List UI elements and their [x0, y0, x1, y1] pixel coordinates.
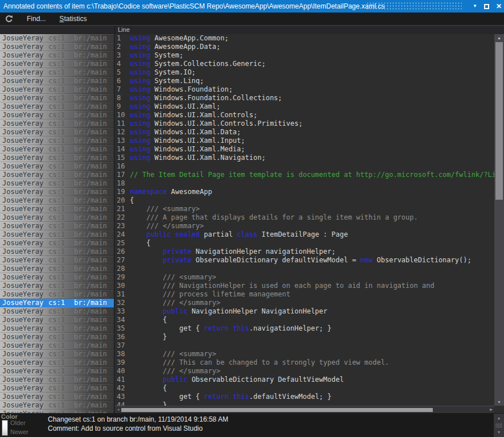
statistics-button[interactable]: Statistics [59, 15, 87, 23]
code-line[interactable]: 42 { [115, 384, 494, 393]
code-line[interactable]: 15using Windows.UI.Xaml.Navigation; [115, 154, 494, 162]
maximize-icon[interactable] [484, 4, 489, 9]
annotation-row[interactable]: JosueYeraycs:1br:/main [0, 137, 114, 145]
annotation-row[interactable]: JosueYeraycs:1br:/main [0, 68, 114, 77]
code-line[interactable]: 33 public NavigationHelper NavigationHel… [115, 307, 494, 316]
code-line[interactable]: 16 [115, 162, 494, 171]
code-line[interactable]: 3using System; [115, 51, 494, 60]
annotation-row[interactable]: JosueYeraycs:1br:/main [0, 290, 114, 299]
annotation-row[interactable]: JosueYeraycs:1br:/main [0, 307, 114, 316]
code-line[interactable]: 12using Windows.UI.Xaml.Data; [115, 128, 494, 137]
code-line[interactable]: 44 } [115, 401, 494, 406]
annotation-row[interactable]: JosueYeraycs:1br:/main [0, 358, 114, 367]
annotation-column[interactable]: JosueYeraycs:1br:/mainJosueYeraycs:1br:/… [0, 34, 114, 413]
annotation-row[interactable]: JosueYeraycs:1br:/main [0, 324, 114, 333]
annotation-row[interactable]: JosueYeraycs:1br:/main [0, 350, 114, 358]
annotation-row[interactable]: JosueYeraycs:1br:/main [0, 145, 114, 154]
annotation-row[interactable]: JosueYeraycs:1br:/main [0, 248, 114, 256]
annotation-row[interactable]: JosueYeraycs:1br:/main [0, 239, 114, 248]
annotation-row[interactable]: JosueYeraycs:1br:/main [0, 333, 114, 341]
code-line[interactable]: 4using System.Collections.Generic; [115, 60, 494, 68]
code-line[interactable]: 26 private NavigationHelper navigationHe… [115, 248, 494, 256]
vertical-scroll-thumb[interactable] [495, 42, 503, 200]
annotation-row[interactable]: JosueYeraycs:1br:/main [0, 265, 114, 273]
code-line[interactable]: 25 { [115, 239, 494, 248]
annotation-row[interactable]: JosueYeraycs:1br:/main [0, 341, 114, 350]
annotation-row[interactable]: JosueYeraycs:1br:/main [0, 102, 114, 111]
code-line[interactable]: 11using Windows.UI.Xaml.Controls.Primiti… [115, 119, 494, 128]
annotation-row[interactable]: JosueYeraycs:1br:/main [0, 384, 114, 393]
annotation-row[interactable]: JosueYeraycs:1br:/main [0, 43, 114, 51]
annotation-row[interactable]: JosueYeraycs:1br:/main [0, 94, 114, 102]
code-line[interactable]: 24 public sealed partial class ItemDetai… [115, 230, 494, 239]
code-line[interactable]: 2using AwesomeApp.Data; [115, 43, 494, 51]
horizontal-scroll-thumb[interactable] [121, 408, 433, 412]
code-line[interactable]: 22 /// A page that displays details for … [115, 213, 494, 222]
code-line[interactable]: 37 [115, 341, 494, 350]
code-line[interactable]: 6using System.Linq; [115, 77, 494, 85]
annotation-row[interactable]: JosueYeraycs:1br:/main [0, 393, 114, 401]
annotation-row[interactable]: JosueYeraycs:1br:/main [0, 273, 114, 282]
code-line[interactable]: 29 /// <summary> [115, 273, 494, 282]
code-line[interactable]: 10using Windows.UI.Xaml.Controls; [115, 111, 494, 119]
code-line[interactable]: 20{ [115, 196, 494, 205]
annotation-row[interactable]: JosueYeraycs:1br:/main [0, 367, 114, 376]
find-button[interactable]: Find... [27, 15, 46, 23]
annotation-row[interactable]: JosueYeraycs:1br:/main [0, 316, 114, 324]
code-line[interactable]: 34 { [115, 316, 494, 324]
code-line[interactable]: 28 [115, 265, 494, 273]
vertical-scrollbar[interactable]: ▲ ▼ [494, 34, 504, 406]
annotation-row[interactable]: JosueYeraycs:1br:/main [0, 188, 114, 196]
code-line[interactable]: 9using Windows.UI.Xaml; [115, 102, 494, 111]
refresh-icon[interactable] [5, 15, 13, 23]
annotation-row[interactable]: JosueYeraycs:1br:/main [0, 60, 114, 68]
horizontal-scrollbar[interactable]: ◄ ► [115, 406, 494, 413]
annotation-row[interactable]: JosueYeraycs:1br:/main [0, 205, 114, 213]
annotation-row[interactable]: JosueYeraycs:1br:/main [0, 179, 114, 188]
code-line[interactable]: 13using Windows.UI.Xaml.Input; [115, 137, 494, 145]
code-line[interactable]: 41 public ObservableDictionary DefaultVi… [115, 376, 494, 384]
code-line[interactable]: 38 /// <summary> [115, 350, 494, 358]
code-line[interactable]: 19namespace AwesomeApp [115, 188, 494, 196]
code-line[interactable]: 17// The Item Detail Page item template … [115, 171, 494, 179]
annotation-row[interactable]: JosueYeraycs:1br:/main [0, 34, 114, 43]
annotation-row[interactable]: JosueYeraycs:1br:/main [0, 119, 114, 128]
code-panel[interactable]: 1using AwesomeApp.Common;2using AwesomeA… [115, 34, 494, 406]
status-scroll-thumb[interactable] [495, 423, 502, 428]
annotation-row[interactable]: JosueYeraycs:1br:/main [0, 154, 114, 162]
code-line[interactable]: 7using Windows.Foundation; [115, 85, 494, 94]
annotation-row[interactable]: JosueYeraycs:1br:/main [0, 51, 114, 60]
code-line[interactable]: 27 private ObservableDictionary defaultV… [115, 256, 494, 265]
code-line[interactable]: 14using Windows.UI.Xaml.Media; [115, 145, 494, 154]
code-line[interactable]: 5using System.IO; [115, 68, 494, 77]
annotation-row[interactable]: JosueYeraycs:1br:/main [0, 196, 114, 205]
annotation-row[interactable]: JosueYeraycs:1br:/main [0, 213, 114, 222]
close-icon[interactable]: ✕ [496, 0, 502, 13]
code-line[interactable]: 43 get { return this.defaultViewModel; } [115, 393, 494, 401]
annotation-row[interactable]: JosueYeraycs:1br:/main [0, 282, 114, 290]
annotation-row[interactable]: JosueYeraycs:1br:/main [0, 376, 114, 384]
annotation-row[interactable]: JosueYeraycs:1br:/main [0, 85, 114, 94]
titlebar[interactable]: Annotated contents of item c:\Trabajo\Co… [0, 0, 504, 13]
annotation-row[interactable]: JosueYeraycs:1br:/main [0, 222, 114, 230]
scroll-right-icon[interactable]: ► [488, 406, 494, 413]
scroll-up-icon[interactable]: ▲ [497, 34, 501, 42]
code-line[interactable]: 1using AwesomeApp.Common; [115, 34, 494, 43]
annotation-row[interactable]: JosueYeraycs:1br:/main [0, 111, 114, 119]
annotation-row[interactable]: JosueYeraycs:1br:/main [0, 401, 114, 410]
code-line[interactable]: 35 get { return this.navigationHelper; } [115, 324, 494, 333]
code-line[interactable]: 30 /// NavigationHelper is used on each … [115, 282, 494, 290]
annotation-row[interactable]: JosueYeraycs:1br:/main [0, 77, 114, 85]
code-line[interactable]: 23 /// </summary> [115, 222, 494, 230]
scroll-left-icon[interactable]: ◄ [115, 406, 121, 413]
status-scroll-down-icon[interactable]: ▼ [497, 430, 501, 435]
scroll-down-icon[interactable]: ▼ [497, 398, 501, 406]
code-line[interactable]: 18 [115, 179, 494, 188]
code-line[interactable]: 40 /// </summary> [115, 367, 494, 376]
annotation-row[interactable]: JosueYeraycs:1br:/main [0, 162, 114, 171]
annotation-row[interactable]: JosueYeraycs:1br:/main [0, 230, 114, 239]
code-line[interactable]: 39 /// This can be changed to a strongly… [115, 358, 494, 367]
code-line[interactable]: 8using Windows.Foundation.Collections; [115, 94, 494, 102]
status-scrollbar[interactable]: ▲ ▼ [494, 414, 504, 437]
annotation-row-selected[interactable]: JosueYeraycs:1br:/main [0, 299, 114, 307]
